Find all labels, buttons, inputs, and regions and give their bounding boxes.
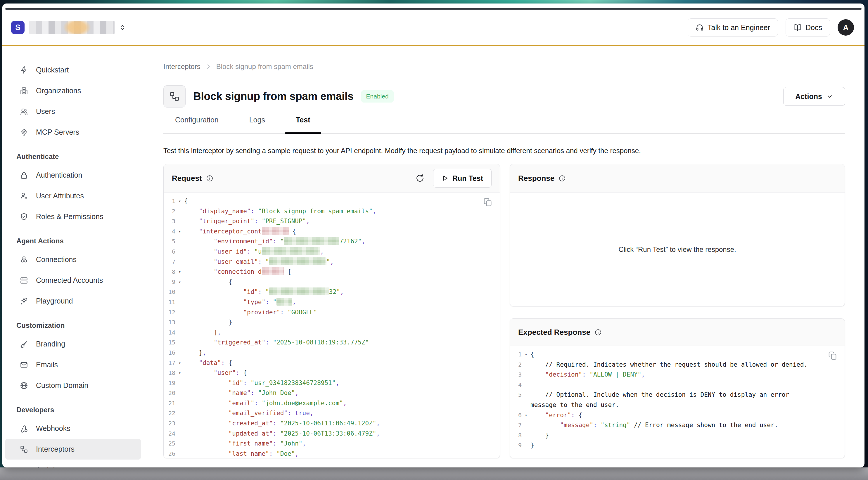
- chevron-up-down-icon[interactable]: [119, 24, 126, 31]
- line-number: 14: [164, 327, 175, 338]
- copy-icon[interactable]: [828, 351, 838, 360]
- sidebar-item-emails[interactable]: Emails: [5, 354, 141, 375]
- info-icon[interactable]: [594, 329, 602, 336]
- interceptor-icon: [19, 445, 29, 454]
- code-line: 4: [510, 380, 845, 390]
- code-line: 3 "decision": "ALLOW | DENY",: [510, 370, 845, 380]
- fold-toggle-icon[interactable]: ▾: [522, 349, 530, 360]
- response-panel-title: Response: [518, 174, 554, 183]
- sidebar-item-playground[interactable]: Playground: [5, 291, 141, 312]
- fold-toggle-icon[interactable]: ▾: [522, 410, 530, 420]
- page-title: Block signup from spam emails: [193, 90, 353, 102]
- line-number: 2: [164, 206, 175, 217]
- fold-toggle-icon[interactable]: ▾: [175, 267, 184, 277]
- run-test-button[interactable]: Run Test: [433, 169, 492, 188]
- code-line: 9}: [510, 440, 845, 450]
- line-number: 5: [164, 236, 175, 247]
- sidebar-item-label: Emails: [36, 360, 58, 369]
- fold-toggle-icon[interactable]: ▾: [175, 226, 184, 237]
- sidebar-item-label: MCP Servers: [36, 128, 79, 136]
- fold-toggle-icon[interactable]: ▾: [175, 196, 184, 206]
- line-number: 6: [164, 247, 175, 257]
- copy-icon[interactable]: [483, 197, 493, 207]
- code-text: "updated_at": "2025-10-06T13:33:06.479Z"…: [184, 428, 500, 439]
- code-text: }: [530, 440, 845, 450]
- sidebar-item-organizations[interactable]: Organizations: [5, 81, 141, 101]
- info-icon[interactable]: [558, 175, 566, 182]
- code-text: "provider": "GOOGLE": [184, 307, 500, 318]
- code-text: "error": {: [530, 410, 845, 420]
- line-number: 7: [510, 420, 522, 430]
- code-text: },: [184, 348, 500, 358]
- code-line: 2 // Required. Indicates whether the req…: [510, 360, 845, 370]
- sidebar-item-auth-logs[interactable]: Auth Logs: [5, 459, 141, 468]
- sidebar-item-webhooks[interactable]: Webhooks: [5, 418, 141, 439]
- app-header: S Talk to an Engineer: [2, 10, 865, 45]
- sidebar-item-connected-accounts[interactable]: Connected Accounts: [5, 270, 141, 291]
- code-line: 23 "created_at": "2025-10-06T11:06:49.12…: [164, 418, 500, 428]
- play-icon: [442, 175, 448, 182]
- sidebar-item-label: Roles & Permissions: [36, 213, 103, 221]
- talk-to-engineer-button[interactable]: Talk to an Engineer: [688, 19, 778, 36]
- sidebar-item-label: Connected Accounts: [36, 276, 103, 285]
- interceptor-icon: [163, 85, 186, 107]
- sidebar-item-label: Authentication: [36, 171, 82, 180]
- code-text: ],: [184, 327, 500, 338]
- code-text: "trigger_point": "PRE_SIGNUP",: [184, 216, 500, 226]
- line-number: 24: [164, 428, 175, 439]
- desktop-background-bottom: [0, 468, 868, 480]
- chevron-right-icon: [205, 63, 212, 70]
- code-text: // Required. Indicates whether the reque…: [530, 360, 845, 370]
- code-line: 18▾ "user": {: [164, 368, 500, 378]
- breadcrumb: Interceptors Block signup from spam emai…: [163, 63, 845, 71]
- refresh-icon[interactable]: [415, 174, 424, 183]
- code-line: 14 ],: [164, 327, 500, 338]
- brand-logo[interactable]: S: [11, 21, 25, 34]
- redacted-value: [269, 287, 329, 295]
- code-text: "triggered_at": "2025-10-08T18:19:33.775…: [184, 338, 500, 348]
- request-code-editor[interactable]: 1▾{2 "display_name": "Block signup from …: [164, 193, 500, 458]
- sidebar-item-interceptors[interactable]: Interceptors: [5, 439, 141, 459]
- breadcrumb-interceptors[interactable]: Interceptors: [163, 63, 200, 71]
- org-name-redacted[interactable]: [29, 21, 115, 34]
- docs-button[interactable]: Docs: [785, 19, 830, 36]
- code-line: 1▾{: [510, 349, 845, 360]
- sidebar-item-roles-permissions[interactable]: Roles & Permissions: [5, 206, 141, 227]
- fold-toggle-icon[interactable]: ▾: [175, 277, 184, 287]
- redacted-value: [262, 227, 289, 235]
- avatar[interactable]: A: [838, 19, 854, 36]
- code-line: 8▾ "connection_d [: [164, 267, 500, 277]
- users-icon: [19, 107, 29, 116]
- sidebar: QuickstartOrganizationsUsersMCP ServersA…: [2, 46, 144, 468]
- tab-test[interactable]: Test: [296, 116, 310, 133]
- sidebar-item-mcp-servers[interactable]: MCP Servers: [5, 122, 141, 142]
- info-icon[interactable]: [206, 175, 213, 182]
- sidebar-item-custom-domain[interactable]: Custom Domain: [5, 375, 141, 396]
- fold-toggle-icon[interactable]: ▾: [175, 358, 184, 368]
- headset-icon: [695, 23, 704, 32]
- code-line: 15 "triggered_at": "2025-10-08T18:19:33.…: [164, 338, 500, 348]
- main-content: Interceptors Block signup from spam emai…: [144, 46, 865, 468]
- sidebar-item-users[interactable]: Users: [5, 101, 141, 122]
- expected-response-code[interactable]: 1▾{2 // Required. Indicates whether the …: [510, 346, 845, 450]
- tab-logs[interactable]: Logs: [249, 116, 265, 133]
- sidebar-item-user-attributes[interactable]: User Attributes: [5, 186, 141, 206]
- sidebar-item-label: Interceptors: [36, 445, 74, 453]
- line-number: 9: [510, 440, 522, 450]
- code-line: 8 }: [510, 430, 845, 441]
- line-number: 6: [510, 410, 522, 420]
- sidebar-item-branding[interactable]: Branding: [5, 333, 141, 354]
- sidebar-item-quickstart[interactable]: Quickstart: [5, 60, 141, 81]
- sidebar-item-authentication[interactable]: Authentication: [5, 165, 141, 186]
- request-panel: Request: [163, 164, 500, 458]
- line-number: 12: [164, 307, 175, 318]
- tab-configuration[interactable]: Configuration: [175, 116, 219, 133]
- line-number: 13: [164, 317, 175, 327]
- line-number: 17: [164, 358, 175, 368]
- line-number: 10: [164, 287, 175, 297]
- sidebar-item-connections[interactable]: Connections: [5, 249, 141, 270]
- stack-icon: [19, 276, 29, 285]
- fold-toggle-icon[interactable]: ▾: [175, 368, 184, 378]
- code-text: {: [184, 277, 500, 287]
- actions-button[interactable]: Actions: [783, 87, 845, 106]
